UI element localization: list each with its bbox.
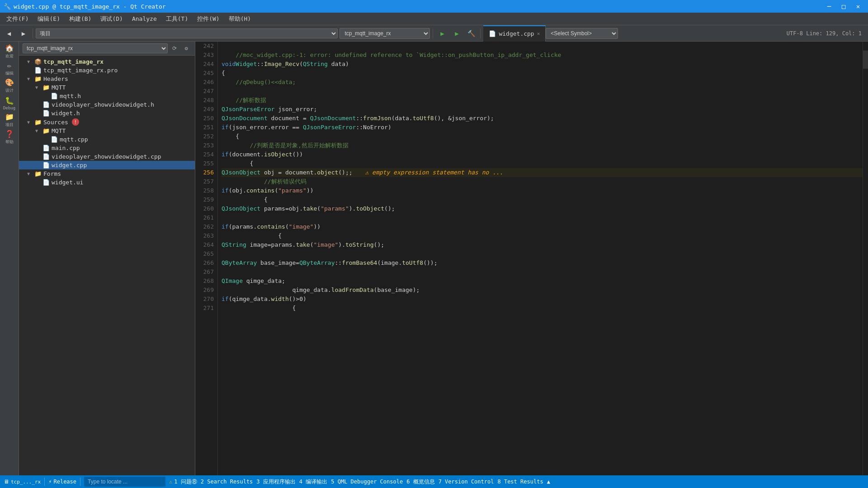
code-line-265	[222, 249, 863, 258]
line-num-253: 253	[197, 141, 214, 150]
tree-item-main-cpp[interactable]: 📄main.cpp	[19, 144, 195, 152]
code-line-252: {	[222, 132, 863, 141]
code-line-257: //解析错误代码	[222, 177, 863, 186]
menu-item-w[interactable]: 控件(W)	[193, 13, 224, 25]
status-tab-version-control[interactable]: 7 Version Control	[439, 479, 494, 485]
status-tab-expand[interactable]: ▲	[547, 479, 550, 485]
line-num-254: 254	[197, 150, 214, 159]
sources-warning-badge: !	[72, 118, 79, 126]
line-num-265: 265	[197, 249, 214, 258]
code-line-271: {	[222, 304, 863, 313]
line-num-244: 244	[197, 60, 214, 69]
build-type-section: ⚡ Release	[48, 479, 76, 485]
line-num-258: 258	[197, 186, 214, 195]
menu-item-f[interactable]: 文件(F)	[2, 13, 33, 25]
build-config-selector[interactable]: tcp_mqtt_image_rx	[340, 28, 430, 39]
menu-item-b[interactable]: 构建(B)	[65, 13, 96, 25]
tree-item-mqtt-cpp[interactable]: 📄mqtt.cpp	[19, 135, 195, 144]
sync-button[interactable]: ⟳	[170, 43, 179, 53]
status-tab-compile-output[interactable]: 4 编译输出	[299, 478, 327, 486]
edit-icon[interactable]: ✏编辑	[1, 61, 18, 77]
code-line-247	[222, 87, 863, 96]
tree-item-widget-ui[interactable]: 📄widget.ui	[19, 178, 195, 187]
tab-widget-cpp[interactable]: 📄 widget.cpp ✕	[483, 25, 546, 42]
code-area[interactable]: 2422432442452462472482492502512522532542…	[195, 42, 868, 475]
forward-button[interactable]: ▶	[17, 27, 30, 40]
titlebar: 🔧 widget.cpp @ tcp_mqtt_image_rx - Qt Cr…	[0, 0, 868, 13]
statusbar: 🖥 tcp_..._rx ⚡ Release ⚠ 1 问题⑧ 2 Search …	[0, 475, 868, 488]
status-tab-search[interactable]: 2 Search Results	[201, 479, 253, 485]
line-num-267: 267	[197, 267, 214, 277]
debug-icon[interactable]: 🐛Debug	[1, 95, 18, 111]
code-line-259: {	[222, 195, 863, 204]
menu-item-d[interactable]: 调试(D)	[96, 13, 127, 25]
window-title: widget.cpp @ tcp_mqtt_image_rx - Qt Crea…	[14, 3, 166, 10]
tree-item-videoplayer-h[interactable]: 📄videoplayer_showvideowidget.h	[19, 100, 195, 109]
file-panel: tcp_mqtt_image_rx ⟳ ⚙ ▼📦tcp_mqtt_image_r…	[19, 42, 195, 475]
menu-item-e[interactable]: 编辑(E)	[33, 13, 64, 25]
maximize-button[interactable]: □	[837, 0, 850, 13]
app-icon: 🔧	[4, 3, 11, 10]
design-icon[interactable]: 🎨设计	[1, 78, 18, 94]
menubar: 文件(F)编辑(E)构建(B)调试(D)Analyze工具(T)控件(W)帮助(…	[0, 13, 868, 25]
tree-item-widget-cpp[interactable]: 📄widget.cpp	[19, 161, 195, 169]
code-line-253: //判断是否是对象,然后开始解析数据	[222, 141, 863, 150]
line-num-255: 255	[197, 159, 214, 168]
warn-msg-256: ⚠ empty expression statement has no ...	[362, 168, 503, 177]
issues-section[interactable]: ⚠ 1 问题⑧	[169, 478, 197, 486]
filter-button[interactable]: ⚙	[181, 43, 191, 53]
code-line-254: ▼ if(document.isObject())	[222, 150, 863, 159]
status-tab-overview[interactable]: 6 概览信息	[406, 478, 434, 486]
tree-item-widget-h[interactable]: 📄widget.h	[19, 109, 195, 117]
build-icon: ⚡	[48, 479, 52, 485]
build-button[interactable]: 🔨	[465, 27, 477, 40]
code-line-256: QJsonObject obj = document.object();; ⚠ …	[222, 168, 863, 177]
symbol-selector[interactable]: <Select Symbol>	[546, 28, 618, 39]
close-button[interactable]: ✕	[852, 0, 864, 13]
run-button[interactable]: ▶	[436, 27, 448, 40]
tree-item-sources[interactable]: ▼📁Sources!	[19, 117, 195, 127]
line-numbers: 2422432442452462472482492502512522532542…	[195, 42, 218, 475]
toolbar-separator-3	[480, 28, 481, 38]
debug-run-button[interactable]: ▶	[450, 27, 463, 40]
status-tab-app-output[interactable]: 3 应用程序输出	[256, 478, 295, 486]
back-button[interactable]: ◀	[3, 27, 15, 40]
tree-item-mqtt-h[interactable]: 📄mqtt.h	[19, 92, 195, 100]
line-num-260: 260	[197, 204, 214, 213]
tree-root[interactable]: ▼📦tcp_mqtt_image_rx	[19, 57, 195, 66]
tree-item-headers[interactable]: ▼📁Headers	[19, 75, 195, 83]
project-selector[interactable]: 项目	[36, 28, 338, 38]
tab-bar: 📄 widget.cpp ✕ <Select Symbol>	[483, 25, 781, 41]
minimize-button[interactable]: ─	[823, 0, 835, 13]
code-line-255: {	[222, 159, 863, 168]
status-tab-qml[interactable]: 5 QML Debugger Console	[331, 479, 403, 485]
tab-label: widget.cpp	[499, 30, 534, 37]
line-num-242: 242	[197, 42, 214, 51]
locate-input[interactable]	[84, 477, 165, 487]
line-num-271: 271	[197, 304, 214, 313]
project-icon[interactable]: 📁项目	[1, 112, 18, 128]
menu-item-t[interactable]: 工具(T)	[161, 13, 193, 25]
status-tab-test-results[interactable]: 8 Test Results	[497, 479, 543, 485]
line-num-248: 248	[197, 96, 214, 105]
code-line-242	[222, 42, 863, 51]
warning-icon: ⚠	[169, 479, 172, 485]
line-num-256: 256	[197, 168, 214, 177]
tree-item-mqtt-cpp-folder[interactable]: ▼📁MQTT	[19, 127, 195, 135]
project-combo[interactable]: tcp_mqtt_image_rx	[23, 43, 168, 53]
code-line-243: //moc_widget.cpp:-1: error: undefined re…	[222, 51, 863, 60]
tree-item-videoplayer-cpp[interactable]: 📄videoplayer_showvideowidget.cpp	[19, 152, 195, 161]
line-num-270: 270	[197, 295, 214, 304]
welcome-icon[interactable]: 🏠欢迎	[1, 43, 18, 60]
tree-item-pro-file[interactable]: 📄tcp_mqtt_image_rx.pro	[19, 66, 195, 75]
help-icon[interactable]: ❓帮助	[1, 129, 18, 145]
code-line-264: QString image=params.take("image").toStr…	[222, 240, 863, 249]
tree-item-forms[interactable]: ▼📁Forms	[19, 169, 195, 178]
menu-item-h[interactable]: 帮助(H)	[224, 13, 255, 25]
sidebar-icons: 🏠欢迎✏编辑🎨设计🐛Debug📁项目❓帮助	[0, 42, 19, 475]
tab-close-button[interactable]: ✕	[537, 31, 540, 37]
code-line-250: QJsonDocument document = QJsonDocument::…	[222, 114, 863, 123]
tree-item-mqtt-h-folder[interactable]: ▼📁MQTT	[19, 83, 195, 92]
menu-item-analyze[interactable]: Analyze	[127, 14, 161, 24]
encoding-status: UTF-8 Line: 129, Col: 1	[783, 30, 865, 37]
